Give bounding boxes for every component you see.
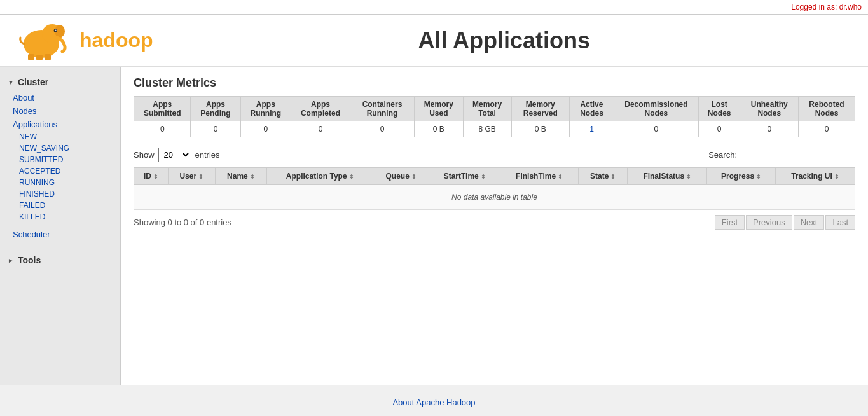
apps-col-application-type[interactable]: Application Type⇕ [267,168,373,185]
metrics-val-9: 0 [614,121,698,137]
show-entries: Show 10202550100 entries [134,148,220,162]
apps-table: ID⇕User⇕Name⇕Application Type⇕Queue⇕Star… [134,167,855,210]
sidebar-sub-link-running[interactable]: RUNNING [0,177,120,188]
logo-area: hadoop hadoop [13,20,153,61]
cluster-metrics-title: Cluster Metrics [134,76,855,90]
pagination-buttons: FirstPreviousNextLast [715,215,855,230]
metrics-col-unhealthy-nodes: Unhealthy Nodes [740,97,799,121]
metrics-val-2: 0 [240,121,291,137]
metrics-col-apps-pending: Apps Pending [191,97,240,121]
search-input[interactable] [741,148,855,162]
apps-table-body: No data available in table [134,185,855,210]
apps-col-queue[interactable]: Queue⇕ [373,168,429,185]
metrics-col-rebooted-nodes: Rebooted Nodes [799,97,855,121]
apps-col-progress[interactable]: Progress⇕ [707,168,776,185]
pagination-info: Showing 0 to 0 of 0 entries [134,218,231,227]
metrics-col-apps-running: Apps Running [240,97,291,121]
hadoop-logo-svg: hadoop [13,20,83,61]
apps-col-name[interactable]: Name⇕ [215,168,267,185]
metrics-val-7: 0 B [511,121,569,137]
no-data-cell: No data available in table [134,185,855,210]
metrics-val-12: 0 [799,121,855,137]
cluster-arrow-icon: ▼ [8,79,14,86]
apps-col-state[interactable]: State⇕ [579,168,628,185]
sidebar-sub-link-submitted[interactable]: SUBMITTED [0,154,120,165]
tools-section-header[interactable]: ► Tools [0,251,120,269]
apps-col-starttime[interactable]: StartTime⇕ [429,168,500,185]
sidebar-sub-link-failed[interactable]: FAILED [0,200,120,211]
sidebar-sub-link-killed[interactable]: KILLED [0,211,120,223]
footer: About Apache Hadoop [0,385,868,416]
sort-arrows-icon: ⇕ [558,174,563,180]
active-nodes-link[interactable]: 1 [589,125,594,134]
sidebar-sub-link-accepted[interactable]: ACCEPTED [0,165,120,177]
svg-rect-5 [28,54,34,60]
pagination-area: Showing 0 to 0 of 0 entries FirstPreviou… [134,215,855,230]
metrics-col-lost-nodes: Lost Nodes [698,97,740,121]
apps-col-tracking-ui[interactable]: Tracking UI⇕ [776,168,855,185]
cluster-metrics-table: Apps SubmittedApps PendingApps RunningAp… [134,96,855,137]
sort-arrows-icon: ⇕ [198,174,203,180]
metrics-val-8: 1 [569,121,614,137]
apps-col-user[interactable]: User⇕ [168,168,215,185]
sort-arrows-icon: ⇕ [349,174,354,180]
entries-label: entries [195,150,220,160]
sidebar-item-nodes[interactable]: Nodes [0,104,120,118]
sidebar-sub-link-new_saving[interactable]: NEW_SAVING [0,142,120,154]
metrics-col-memory-total: Memory Total [463,97,511,121]
footer-link[interactable]: About Apache Hadoop [392,398,475,407]
svg-rect-7 [45,54,51,60]
metrics-val-11: 0 [740,121,799,137]
svg-rect-6 [36,55,43,60]
metrics-col-memory-reserved: Memory Reserved [511,97,569,121]
metrics-val-3: 0 [291,121,350,137]
metrics-val-5: 0 B [415,121,464,137]
sort-arrows-icon: ⇕ [610,174,616,180]
sidebar: ▼ Cluster About Nodes Applications NEWNE… [0,67,121,385]
apps-col-finishtime[interactable]: FinishTime⇕ [500,168,579,185]
tools-arrow-icon: ► [8,257,14,264]
sort-arrows-icon: ⇕ [756,174,761,180]
metrics-col-containers-running: Containers Running [350,97,414,121]
pagination-btn-previous[interactable]: Previous [746,215,792,230]
metrics-col-apps-submitted: Apps Submitted [134,97,191,121]
tools-label: Tools [18,255,41,265]
metrics-col-decommissioned-nodes: Decommissioned Nodes [614,97,698,121]
metrics-val-0: 0 [134,121,191,137]
cluster-section-header[interactable]: ▼ Cluster [0,73,120,91]
sort-arrows-icon: ⇕ [481,174,486,180]
metrics-val-1: 0 [191,121,240,137]
pagination-btn-last[interactable]: Last [825,215,855,230]
sidebar-item-scheduler[interactable]: Scheduler [0,228,120,241]
svg-point-4 [55,29,57,31]
metrics-col-memory-used: Memory Used [415,97,464,121]
sort-arrows-icon: ⇕ [834,174,839,180]
cluster-label: Cluster [18,77,48,87]
header: hadoop hadoop All Applications [0,15,868,67]
sort-arrows-icon: ⇕ [250,174,255,180]
sort-arrows-icon: ⇕ [686,174,691,180]
sidebar-sub-link-finished[interactable]: FINISHED [0,188,120,200]
entries-select[interactable]: 10202550100 [158,148,191,162]
show-label: Show [134,150,155,160]
metrics-col-apps-completed: Apps Completed [291,97,350,121]
page-title-area: All Applications [153,27,855,54]
apps-col-finalstatus[interactable]: FinalStatus⇕ [628,168,707,185]
metrics-val-6: 8 GB [463,121,511,137]
sidebar-sub-link-new[interactable]: NEW [0,131,120,142]
sidebar-item-applications[interactable]: Applications [0,118,120,131]
logged-in-text: Logged in as: dr.who [791,3,862,11]
pagination-btn-first[interactable]: First [715,215,745,230]
pagination-btn-next[interactable]: Next [794,215,825,230]
sidebar-item-about[interactable]: About [0,91,120,104]
no-data-row: No data available in table [134,185,855,210]
top-bar: Logged in as: dr.who [0,0,868,15]
table-controls: Show 10202550100 entries Search: [134,148,855,162]
main-content: Cluster Metrics Apps SubmittedApps Pendi… [121,67,868,385]
logo-text: hadoop [79,29,153,52]
metrics-val-10: 0 [698,121,740,137]
metrics-table-body: 000000 B8 GB0 B10000 [134,121,855,137]
apps-col-id[interactable]: ID⇕ [134,168,169,185]
metrics-col-active-nodes: Active Nodes [569,97,614,121]
sub-links-container: NEWNEW_SAVINGSUBMITTEDACCEPTEDRUNNINGFIN… [0,131,120,223]
